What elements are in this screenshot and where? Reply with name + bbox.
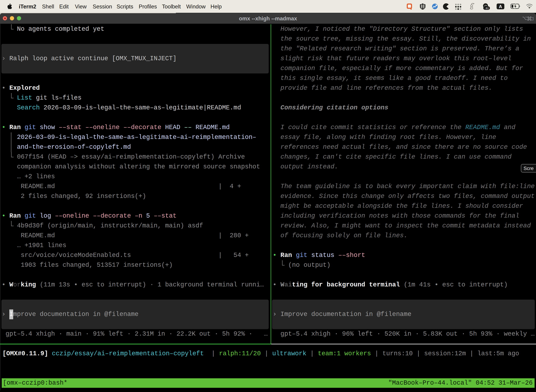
svg-text:..61: ..61 (484, 7, 489, 10)
svg-text:1: 1 (532, 16, 533, 21)
